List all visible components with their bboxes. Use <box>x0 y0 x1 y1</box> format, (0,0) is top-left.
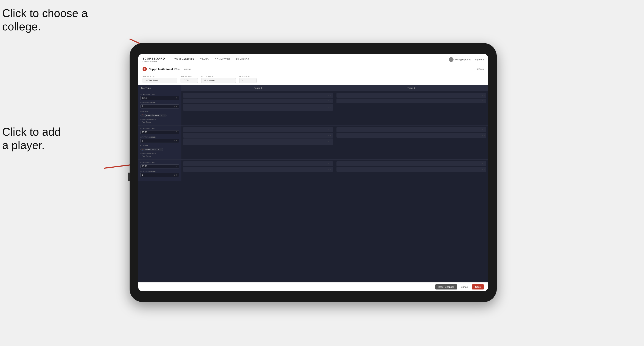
player-slot-3-1[interactable]: × ⌄ <box>183 161 333 166</box>
starting-time-label-1: STARTING TIME: <box>140 93 179 95</box>
footer-bar: Reset Changes Cancel Save <box>138 282 488 291</box>
starting-time-label-3: STARTING TIME: <box>140 162 179 164</box>
starting-hole-input-1[interactable]: 1 ▲▼ <box>140 104 179 109</box>
intervals-label: Intervals <box>201 75 236 77</box>
save-button[interactable]: Save <box>472 284 484 290</box>
tablet-frame: SCOREBOARD Powered by clippd TOURNAMENTS… <box>130 43 497 302</box>
team2-col-1: × ⌄ × ⌄ <box>335 91 488 125</box>
time-group-2: STARTING TIME: 10:10 ⏱ STARTING HOLE: 1 … <box>138 126 488 160</box>
tablet-screen: SCOREBOARD Powered by clippd TOURNAMENTS… <box>138 54 488 291</box>
tab-tournaments[interactable]: TOURNAMENTS <box>172 54 197 65</box>
course-slot-2[interactable]: × ⌄ <box>183 139 333 145</box>
nav-brand: SCOREBOARD Powered by clippd <box>142 57 165 62</box>
cancel-button[interactable]: Cancel <box>459 284 470 290</box>
team1-col-3: × ⌄ × ⌄ <box>182 160 335 181</box>
tablet-side-button <box>128 173 130 181</box>
group-size-label: Group Size <box>239 75 256 77</box>
tournament-title: Clippd Invitational <box>148 67 173 71</box>
player-slot-2-4[interactable]: × ⌄ <box>336 133 486 138</box>
start-type-group: Start Type 1st Tee Start <box>142 75 177 83</box>
add-group-2[interactable]: + Add Group <box>140 155 179 157</box>
remove-group-2[interactable]: ○Remove Group <box>140 153 179 155</box>
start-type-label: Start Type <box>142 75 177 77</box>
org-logo: C <box>142 67 147 71</box>
player-slot-2-1[interactable]: × ⌄ <box>183 127 333 132</box>
player-slot-3-4[interactable]: × ⌄ <box>336 167 486 172</box>
remove-group-1[interactable]: ○Remove Group <box>140 118 179 121</box>
sub-header: C Clippd Invitational (Men) Hosting < Ba… <box>138 65 488 73</box>
starting-time-label-2: STARTING TIME: <box>140 128 179 130</box>
player-slot-1-2[interactable]: × ⌄ <box>183 99 333 103</box>
content-area: Tee Time Team 1 Team 2 STARTING TIME: 10… <box>138 85 488 282</box>
nav-user: blair@clippd.io | Sign out <box>449 57 484 62</box>
col-tee-time: Tee Time <box>138 85 182 91</box>
starting-time-input-2[interactable]: 10:10 ⏱ <box>140 130 179 134</box>
player-slot-2-3[interactable]: × ⌄ <box>336 127 486 132</box>
col-team2: Team 2 <box>335 85 488 91</box>
player-slot-1-1[interactable]: × ⌄ <box>183 93 333 98</box>
tournament-status: Hosting <box>182 68 190 70</box>
starting-hole-input-3[interactable]: 1 ▲▼ <box>140 173 179 177</box>
starting-time-input-1[interactable]: 10:00 ⏱ <box>140 96 179 100</box>
course-slot-1[interactable]: × ⌄ <box>183 104 333 111</box>
left-panel-1: STARTING TIME: 10:00 ⏱ STARTING HOLE: 1 … <box>138 91 182 125</box>
starting-hole-label-1: STARTING HOLE: <box>140 102 179 104</box>
starting-time-input-3[interactable]: 10:20 ⏱ <box>140 164 179 169</box>
intervals-group: Intervals 10 Minutes <box>201 75 236 83</box>
player-slot-1-4[interactable]: × ⌄ <box>336 99 486 103</box>
avatar <box>449 57 454 62</box>
time-group-3: STARTING TIME: 10:20 ⏱ STARTING HOLE: 1 … <box>138 160 488 181</box>
back-button[interactable]: < Back <box>476 68 484 70</box>
course-badge-2[interactable]: 🏌 East Lake GC × ⌄ <box>140 148 163 151</box>
course-badge-1[interactable]: 📍 (A) Peachtree GC × ⌄ <box>140 114 166 117</box>
team2-col-2: × ⌄ × ⌄ <box>335 126 488 160</box>
player-slot-2-2[interactable]: × ⌄ <box>183 133 333 138</box>
player-slot-1-3[interactable]: × ⌄ <box>336 93 486 98</box>
brand-sub: Powered by clippd <box>142 60 165 62</box>
team1-col-1: × ⌄ × ⌄ × ⌄ <box>182 91 335 125</box>
start-type-select[interactable]: 1st Tee Start <box>142 78 177 83</box>
tab-teams[interactable]: TEAMS <box>197 54 212 65</box>
brand-title: SCOREBOARD <box>142 57 165 60</box>
annotation-add-player: Click to add a player. <box>2 125 61 152</box>
annotation-choose-college: Click to choose a college. <box>2 6 88 33</box>
start-time-group: Start Time <box>180 75 198 83</box>
nav-divider: | <box>473 58 474 61</box>
reset-button[interactable]: Reset Changes <box>436 284 457 290</box>
tab-committee[interactable]: COMMITTEE <box>212 54 233 65</box>
table-header: Tee Time Team 1 Team 2 <box>138 85 488 91</box>
course-label-1: COURSE: <box>140 110 179 112</box>
starting-hole-label-2: STARTING HOLE: <box>140 136 179 138</box>
left-panel-3: STARTING TIME: 10:20 ⏱ STARTING HOLE: 1 … <box>138 160 182 181</box>
col-team1: Team 1 <box>182 85 335 91</box>
time-group-1: STARTING TIME: 10:00 ⏱ STARTING HOLE: 1 … <box>138 91 488 126</box>
nav-bar: SCOREBOARD Powered by clippd TOURNAMENTS… <box>138 54 488 65</box>
starting-hole-label-3: STARTING HOLE: <box>140 170 179 172</box>
group-size-select[interactable]: 3 <box>239 78 256 83</box>
player-slot-3-3[interactable]: × ⌄ <box>336 161 486 166</box>
course-label-2: COURSE: <box>140 145 179 147</box>
group-size-group: Group Size 3 <box>239 75 256 83</box>
player-slot-3-2[interactable]: × ⌄ <box>183 167 333 172</box>
add-group-1[interactable]: + Add Group <box>140 121 179 123</box>
start-time-label: Start Time <box>180 75 198 77</box>
user-email: blair@clippd.io <box>455 58 471 61</box>
sign-out-link[interactable]: Sign out <box>475 58 484 61</box>
tournament-badge: (Men) <box>174 68 180 70</box>
left-panel-2: STARTING TIME: 10:10 ⏱ STARTING HOLE: 1 … <box>138 126 182 160</box>
form-row: Start Type 1st Tee Start Start Time Inte… <box>138 73 488 85</box>
team1-col-2: × ⌄ × ⌄ × ⌄ <box>182 126 335 160</box>
intervals-select[interactable]: 10 Minutes <box>201 78 236 83</box>
starting-hole-input-2[interactable]: 1 ▲▼ <box>140 139 179 143</box>
start-time-input[interactable] <box>180 78 198 83</box>
tab-rankings[interactable]: RANKINGS <box>233 54 252 65</box>
team2-col-3: × ⌄ × ⌄ <box>335 160 488 181</box>
nav-tabs: TOURNAMENTS TEAMS COMMITTEE RANKINGS <box>172 54 449 65</box>
